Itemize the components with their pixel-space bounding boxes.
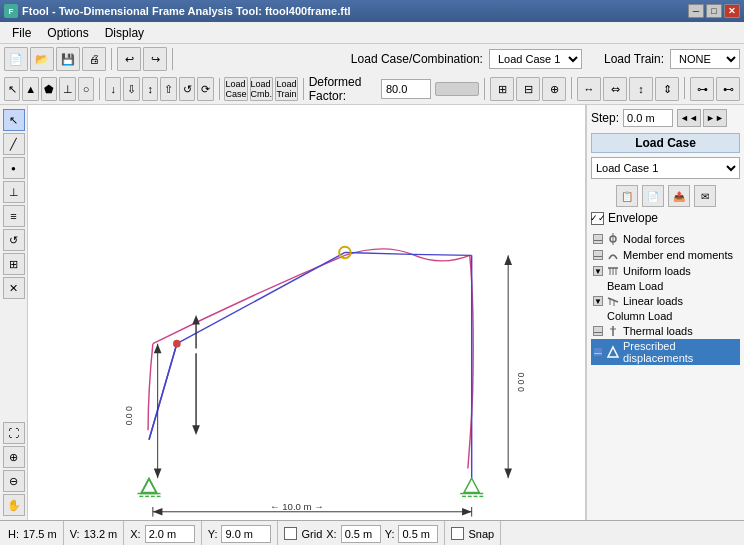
view-tool-5[interactable]: ⇔ bbox=[603, 77, 627, 101]
tool-zoomout[interactable]: ⊖ bbox=[3, 470, 25, 492]
tool-load[interactable]: ≡ bbox=[3, 205, 25, 227]
save-icon: 💾 bbox=[61, 53, 75, 66]
view-tool-2[interactable]: ⊟ bbox=[516, 77, 540, 101]
load-tool-5[interactable]: ↺ bbox=[179, 77, 195, 101]
menu-file[interactable]: File bbox=[4, 24, 39, 42]
tree: — Nodal forces — Member end moments ▼ bbox=[591, 231, 740, 365]
expand-prescribed[interactable]: — bbox=[593, 347, 603, 357]
panel-icon-3[interactable]: 📤 bbox=[668, 185, 690, 207]
view-tool-7[interactable]: ⇕ bbox=[655, 77, 679, 101]
tree-item-member[interactable]: — Member end moments bbox=[591, 247, 740, 263]
undo-button[interactable]: ↩ bbox=[117, 47, 141, 71]
view-tool-9[interactable]: ⊷ bbox=[716, 77, 740, 101]
view-tool-6[interactable]: ↕ bbox=[629, 77, 653, 101]
view-icon-4: ↔ bbox=[584, 83, 595, 95]
load-tool-1[interactable]: ↓ bbox=[105, 77, 121, 101]
expand-linear[interactable]: ▼ bbox=[593, 296, 603, 306]
view-tool-1[interactable]: ⊞ bbox=[490, 77, 514, 101]
view-tool-8[interactable]: ⊶ bbox=[690, 77, 714, 101]
status-snap: Snap bbox=[445, 521, 501, 545]
expand-thermal[interactable]: — bbox=[593, 326, 603, 336]
hinge-tool[interactable]: ○ bbox=[78, 77, 94, 101]
tree-item-uniform[interactable]: ▼ Uniform loads bbox=[591, 263, 740, 279]
tool-pan[interactable]: ✋ bbox=[3, 494, 25, 516]
view-icon-1: ⊞ bbox=[498, 83, 507, 96]
svg-rect-0 bbox=[28, 113, 585, 512]
envelope-row: ✓ Envelope bbox=[591, 211, 740, 225]
tree-item-prescribed[interactable]: — Prescribed displacements bbox=[591, 339, 740, 365]
deformed-slider[interactable] bbox=[435, 82, 479, 96]
panel-icon-4[interactable]: ✉ bbox=[694, 185, 716, 207]
tree-item-beamload[interactable]: Beam Load bbox=[605, 279, 740, 293]
close-button[interactable]: ✕ bbox=[724, 4, 740, 18]
view-tool-4[interactable]: ↔ bbox=[577, 77, 601, 101]
new-button[interactable]: 📄 bbox=[4, 47, 28, 71]
column-load-label: Column Load bbox=[607, 310, 672, 322]
load-tool-3[interactable]: ↕ bbox=[142, 77, 158, 101]
load-comb-btn[interactable]: LoadCmb. bbox=[250, 77, 274, 101]
tool-delete[interactable]: ✕ bbox=[3, 277, 25, 299]
tool-zoomfit[interactable]: ⛶ bbox=[3, 422, 25, 444]
menu-options[interactable]: Options bbox=[39, 24, 96, 42]
main-area: ↖ ╱ ● ⊥ ≡ ↺ ⊞ ✕ ⛶ ⊕ ⊖ ✋ bbox=[0, 105, 744, 520]
load-tool-6[interactable]: ⟳ bbox=[197, 77, 213, 101]
select-tool[interactable]: ↖ bbox=[4, 77, 20, 101]
load-tool-4[interactable]: ⇧ bbox=[160, 77, 176, 101]
status-h-value: 17.5 m bbox=[23, 528, 57, 540]
tool-zoomin[interactable]: ⊕ bbox=[3, 446, 25, 468]
load-tool-2[interactable]: ⇩ bbox=[123, 77, 139, 101]
node-tool[interactable]: ▲ bbox=[22, 77, 38, 101]
step-input[interactable] bbox=[623, 109, 673, 127]
menu-display[interactable]: Display bbox=[97, 24, 152, 42]
tool-support[interactable]: ⊥ bbox=[3, 181, 25, 203]
save-button[interactable]: 💾 bbox=[56, 47, 80, 71]
step-prev-btn[interactable]: ◄◄ bbox=[677, 109, 701, 127]
panel-icon-1[interactable]: 📋 bbox=[616, 185, 638, 207]
beam-tool[interactable]: ⬟ bbox=[41, 77, 57, 101]
grid-y-input[interactable] bbox=[398, 525, 438, 543]
print-button[interactable]: 🖨 bbox=[82, 47, 106, 71]
tree-item-thermal[interactable]: — Thermal loads bbox=[591, 323, 740, 339]
sep-3 bbox=[99, 78, 100, 100]
open-button[interactable]: 📂 bbox=[30, 47, 54, 71]
expand-uniform[interactable]: ▼ bbox=[593, 266, 603, 276]
grid-checkbox[interactable] bbox=[284, 527, 297, 540]
view-tool-3[interactable]: ⊕ bbox=[542, 77, 566, 101]
minimize-button[interactable]: ─ bbox=[688, 4, 704, 18]
maximize-button[interactable]: □ bbox=[706, 4, 722, 18]
support-tool[interactable]: ⊥ bbox=[59, 77, 75, 101]
tool-dim[interactable]: ⊞ bbox=[3, 253, 25, 275]
tree-item-columnload[interactable]: Column Load bbox=[605, 309, 740, 323]
envelope-checkbox[interactable]: ✓ bbox=[591, 212, 604, 225]
expand-nodal[interactable]: — bbox=[593, 234, 603, 244]
tool-moment[interactable]: ↺ bbox=[3, 229, 25, 251]
status-x-input[interactable] bbox=[145, 525, 195, 543]
load-train-combo[interactable]: NONE bbox=[670, 49, 740, 69]
deformed-input[interactable] bbox=[381, 79, 431, 99]
zoomin-icon: ⊕ bbox=[9, 451, 18, 464]
tool-line[interactable]: ╱ bbox=[3, 133, 25, 155]
view-icon-6: ↕ bbox=[638, 83, 644, 95]
load-icon-2: ⇩ bbox=[127, 83, 136, 96]
snap-checkbox[interactable] bbox=[451, 527, 464, 540]
status-y-input[interactable] bbox=[221, 525, 271, 543]
panel-icon-3-shape: 📤 bbox=[673, 191, 685, 202]
tool-dot[interactable]: ● bbox=[3, 157, 25, 179]
tree-item-nodal[interactable]: — Nodal forces bbox=[591, 231, 740, 247]
print-icon: 🖨 bbox=[89, 53, 100, 65]
grid-x-input[interactable] bbox=[341, 525, 381, 543]
tree-item-linear[interactable]: ▼ Linear loads bbox=[591, 293, 740, 309]
tool-select[interactable]: ↖ bbox=[3, 109, 25, 131]
expand-member[interactable]: — bbox=[593, 250, 603, 260]
canvas-area[interactable]: ← 10.0 m → 0.0 0 0.0 0 bbox=[28, 105, 586, 520]
load-case-btn[interactable]: LoadCase bbox=[224, 77, 247, 101]
redo-button[interactable]: ↪ bbox=[143, 47, 167, 71]
load-case-combo[interactable]: Load Case 1 Load Case 2 bbox=[489, 49, 582, 69]
load-train-btn[interactable]: LoadTrain bbox=[275, 77, 298, 101]
step-next-btn[interactable]: ►► bbox=[703, 109, 727, 127]
status-bar: H: 17.5 m V: 13.2 m X: Y: Grid X: Y: Sna… bbox=[0, 520, 744, 545]
load-train-icon: LoadTrain bbox=[276, 79, 296, 99]
panel-icon-2[interactable]: 📄 bbox=[642, 185, 664, 207]
deformed-label: Deformed Factor: bbox=[309, 75, 377, 103]
panel-load-case-combo[interactable]: Load Case 1 bbox=[591, 157, 740, 179]
